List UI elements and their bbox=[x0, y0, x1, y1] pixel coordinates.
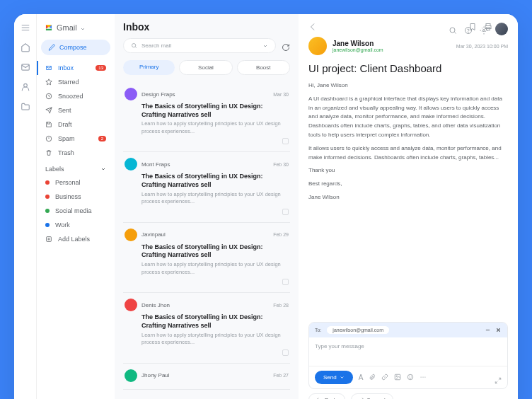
subject: The Basics of Storytelling in UX Design:… bbox=[141, 243, 289, 260]
checkbox[interactable] bbox=[282, 209, 289, 215]
color-dot bbox=[45, 209, 50, 213]
compose-button[interactable]: Compose bbox=[41, 40, 110, 55]
nav-label: Draft bbox=[58, 121, 72, 128]
nav-spam[interactable]: Spam2 bbox=[41, 132, 110, 146]
user-avatar[interactable] bbox=[495, 23, 508, 35]
mail-item[interactable]: JavinpaulFeb 29The Basics of Storytellin… bbox=[123, 223, 290, 293]
forward-button[interactable]: Forward bbox=[351, 393, 393, 399]
svg-point-2 bbox=[468, 32, 469, 33]
refresh-icon[interactable] bbox=[282, 42, 290, 50]
mail-detail-panel: Jane Wilson janewilson@gmail.com Mar 30,… bbox=[299, 14, 518, 399]
add-labels-label: Add Labels bbox=[58, 236, 90, 243]
folder-icon[interactable] bbox=[21, 102, 30, 112]
draft-icon bbox=[45, 121, 52, 128]
date: Feb 29 bbox=[273, 232, 289, 237]
expand-icon[interactable] bbox=[495, 374, 502, 381]
send-button[interactable]: Send bbox=[315, 371, 353, 384]
mail-item[interactable]: Denis JhonFeb 28The Basics of Storytelli… bbox=[123, 293, 290, 363]
list-title: Inbox bbox=[123, 21, 149, 33]
nav-draft[interactable]: Draft bbox=[41, 117, 110, 132]
mail-item[interactable]: Mont FrapsFeb 30The Basics of Storytelli… bbox=[123, 152, 290, 222]
menu-icon[interactable] bbox=[21, 23, 30, 33]
image-icon[interactable] bbox=[394, 374, 401, 381]
nav-rail bbox=[14, 14, 37, 399]
gmail-logo-icon bbox=[44, 23, 54, 33]
emoji-icon[interactable] bbox=[407, 374, 414, 381]
tab-primary[interactable]: Primary bbox=[123, 60, 175, 75]
help-icon[interactable] bbox=[464, 25, 473, 33]
chevron-down-icon[interactable] bbox=[262, 43, 268, 49]
svg-point-0 bbox=[450, 28, 455, 33]
svg-point-5 bbox=[23, 83, 27, 87]
close-icon[interactable] bbox=[495, 327, 502, 333]
home-icon[interactable] bbox=[21, 42, 30, 52]
nav-sent[interactable]: Sent bbox=[41, 103, 110, 117]
label-business[interactable]: Business bbox=[41, 190, 110, 204]
mail-icon[interactable] bbox=[21, 62, 30, 72]
nav-label: Trash bbox=[58, 149, 74, 156]
sender-name: Jane Wilson bbox=[332, 40, 383, 47]
reply-textarea[interactable]: Type your message bbox=[309, 337, 507, 366]
avatar bbox=[125, 299, 137, 311]
date: Feb 30 bbox=[273, 162, 289, 167]
color-dot bbox=[45, 180, 50, 185]
search-input[interactable]: Search mail bbox=[123, 38, 276, 53]
svg-point-14 bbox=[396, 376, 398, 377]
search-icon bbox=[131, 42, 137, 49]
color-dot bbox=[45, 223, 50, 227]
mail-item[interactable]: Design FrapsMar 30The Basics of Storytel… bbox=[123, 82, 290, 152]
checkbox[interactable] bbox=[282, 279, 289, 285]
label-text: Business bbox=[55, 193, 81, 200]
checkbox[interactable] bbox=[282, 138, 289, 144]
nav-label: Sent bbox=[58, 107, 71, 114]
back-icon[interactable] bbox=[308, 21, 317, 30]
checkbox[interactable] bbox=[282, 349, 289, 356]
badge: 13 bbox=[96, 65, 106, 71]
svg-point-15 bbox=[408, 374, 414, 380]
sender: Mont Fraps bbox=[141, 161, 269, 168]
starred-icon bbox=[45, 79, 52, 86]
nav-inbox[interactable]: Inbox13 bbox=[37, 61, 110, 75]
label-text: Social media bbox=[55, 207, 92, 214]
mail-body: Hi, Jane Wilson A UI dashboard is a grap… bbox=[308, 81, 508, 207]
more-icon[interactable] bbox=[420, 374, 427, 381]
tab-social[interactable]: Social bbox=[179, 60, 232, 75]
preview: Learn how to apply storytelling principl… bbox=[141, 332, 289, 347]
chevron-down-icon[interactable] bbox=[80, 25, 86, 30]
brand: Gmail bbox=[41, 21, 110, 40]
nav-starred[interactable]: Starred bbox=[41, 75, 110, 89]
avatar bbox=[125, 158, 137, 170]
sender: Denis Jhon bbox=[141, 302, 269, 308]
link-icon[interactable] bbox=[381, 374, 388, 381]
labels-header: Labels bbox=[41, 160, 110, 175]
nav-label: Inbox bbox=[58, 64, 74, 71]
chevron-down-icon[interactable] bbox=[100, 166, 106, 172]
nav-snoozed[interactable]: Snoozed bbox=[41, 89, 110, 103]
spam-icon bbox=[45, 135, 52, 142]
label-work[interactable]: Work bbox=[41, 218, 110, 232]
mail-item[interactable]: Jhony PaulFeb 27 bbox=[123, 364, 290, 390]
format-icon[interactable]: A bbox=[359, 374, 364, 381]
badge: 2 bbox=[98, 136, 106, 141]
settings-icon[interactable] bbox=[480, 25, 488, 33]
svg-point-19 bbox=[423, 376, 424, 377]
sent-icon bbox=[45, 107, 52, 114]
nav-trash[interactable]: Trash bbox=[41, 146, 110, 160]
attach-icon[interactable] bbox=[369, 374, 376, 381]
subject: The Basics of Storytelling in UX Design:… bbox=[141, 173, 289, 189]
add-labels-button[interactable]: Add Labels bbox=[41, 232, 110, 246]
label-personal[interactable]: Personal bbox=[41, 175, 110, 190]
minimize-icon[interactable] bbox=[485, 327, 491, 333]
people-icon[interactable] bbox=[21, 82, 30, 92]
subject: The Basics of Storytelling in UX Design:… bbox=[141, 103, 289, 119]
label-social-media[interactable]: Social media bbox=[41, 204, 110, 218]
avatar bbox=[125, 369, 137, 382]
tab-boost[interactable]: Boost bbox=[237, 60, 290, 75]
reply-button[interactable]: Reply bbox=[308, 393, 345, 399]
reply-composer: To: janewilson@gmail.com Type your messa… bbox=[308, 322, 508, 389]
mail-subject: UI project: Client Dashboard bbox=[308, 62, 508, 74]
search-icon[interactable] bbox=[449, 25, 457, 33]
sender-email: janewilson@gmail.com bbox=[332, 47, 383, 52]
preview: Learn how to apply storytelling principl… bbox=[141, 191, 289, 206]
to-chip[interactable]: janewilson@gmail.com bbox=[327, 326, 389, 334]
